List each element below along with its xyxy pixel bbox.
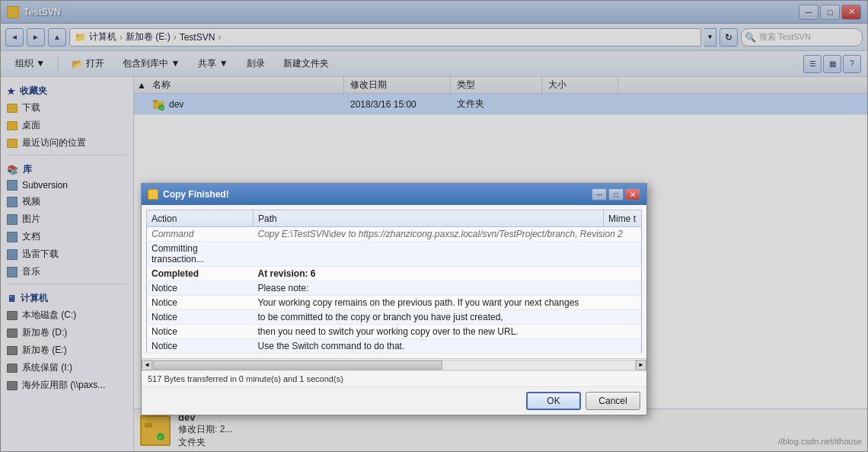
dialog-minimize-button[interactable]: ─ (592, 188, 607, 200)
log-path-cell: to be committed to the copy or branch yo… (254, 310, 642, 325)
log-action-cell: Notice (147, 281, 254, 296)
log-path-cell: Copy E:\TestSVN\dev to https://zhanzicon… (254, 227, 642, 242)
dialog-title-left: Copy Finished! (148, 189, 229, 200)
log-table-header: Action Path Mime t (147, 210, 642, 227)
horizontal-scrollbar: ◄ ► (142, 358, 646, 370)
scroll-right-button[interactable]: ► (636, 360, 646, 370)
dialog-footer: OK Cancel (142, 386, 646, 415)
dialog-title-text: Copy Finished! (163, 189, 229, 200)
log-path-cell: Please note: (254, 281, 642, 296)
log-action-cell: Notice (147, 339, 254, 354)
scroll-track[interactable] (152, 360, 636, 370)
log-table-row: CommandCopy E:\TestSVN\dev to https://zh… (147, 227, 642, 242)
ok-button[interactable]: OK (526, 392, 581, 410)
log-path-cell (254, 242, 642, 267)
log-table-row: NoticeYour working copy remains on the p… (147, 296, 642, 310)
log-table-row: Committing transaction... (147, 242, 642, 267)
log-action-cell: Notice (147, 310, 254, 325)
log-table-row: NoticePlease note: (147, 281, 642, 296)
transfer-info: 517 Bytes transferred in 0 minute(s) and… (142, 370, 646, 386)
log-table-row: CompletedAt revision: 6 (147, 267, 642, 281)
log-action-cell: Completed (147, 267, 254, 281)
scroll-left-button[interactable]: ◄ (142, 360, 152, 370)
transfer-text: 517 Bytes transferred in 0 minute(s) and… (148, 374, 343, 383)
dialog-title-bar: Copy Finished! ─ □ ✕ (142, 184, 646, 205)
log-path-cell: Your working copy remains on the previou… (254, 296, 642, 310)
log-table-row: Noticethen you need to switch your worki… (147, 325, 642, 339)
log-path-cell: At revision: 6 (254, 267, 642, 281)
dialog-maximize-button[interactable]: □ (608, 188, 624, 200)
col-path: Path (254, 210, 604, 227)
log-table-row: Noticeto be committed to the copy or bra… (147, 310, 642, 325)
cancel-button[interactable]: Cancel (586, 392, 640, 410)
dialog-title-buttons: ─ □ ✕ (592, 188, 640, 200)
log-path-cell: Use the Switch command to do that. (254, 339, 642, 354)
log-action-cell: Committing transaction... (147, 242, 254, 267)
dialog-body: Action Path Mime t CommandCopy E:\TestSV… (142, 205, 646, 358)
dialog-close-button[interactable]: ✕ (625, 188, 640, 200)
dialog-title-icon (148, 189, 158, 200)
log-action-cell: Notice (147, 296, 254, 310)
copy-finished-dialog: Copy Finished! ─ □ ✕ Action Path Mime t (141, 183, 647, 415)
col-action: Action (147, 210, 254, 227)
log-action-cell: Notice (147, 325, 254, 339)
log-action-cell: Command (147, 227, 254, 242)
log-table-row: NoticeUse the Switch command to do that. (147, 339, 642, 354)
log-path-cell: then you need to switch your working cop… (254, 325, 642, 339)
scroll-thumb[interactable] (153, 361, 442, 370)
log-table: Action Path Mime t CommandCopy E:\TestSV… (146, 210, 642, 354)
col-mime: Mime t (604, 210, 642, 227)
